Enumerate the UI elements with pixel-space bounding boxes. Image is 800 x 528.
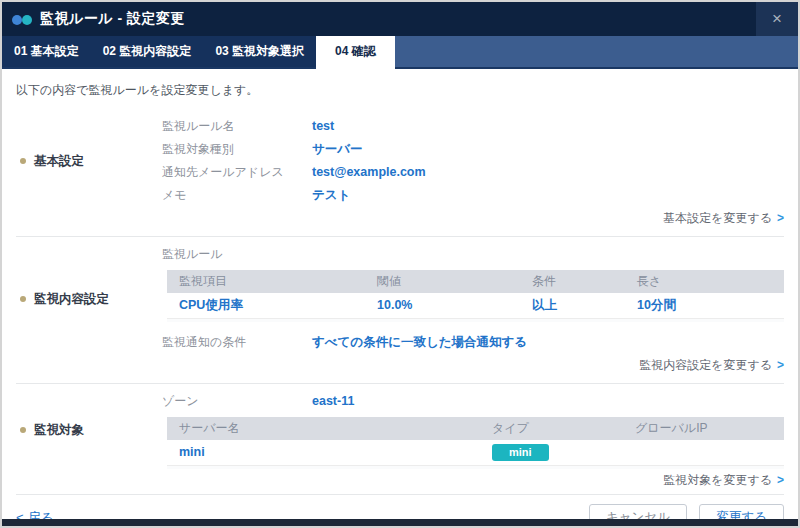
zone-label: ゾーン [162, 391, 312, 412]
monitor-rule-label: 監視ルール [162, 244, 312, 265]
section-bullet-icon [20, 158, 26, 164]
chevron-right-icon: > [777, 358, 784, 372]
back-link[interactable]: <戻る [16, 509, 54, 520]
binoculars-icon [12, 13, 33, 26]
modal-titlebar: 監視ルール - 設定変更 × [2, 2, 798, 36]
notify-condition-label: 監視通知の条件 [162, 331, 312, 354]
modal-footer: <戻る キャンセル 変更する [16, 495, 784, 519]
server-type-badge: mini [492, 444, 549, 461]
modal-body: 以下の内容で監視ルールを設定変更します。 基本設定 監視ルール名 test 監視… [2, 69, 798, 519]
rule-name-label: 監視ルール名 [162, 115, 312, 138]
memo-value: テスト [312, 184, 784, 207]
zone-value: east-11 [312, 391, 784, 412]
notify-condition-value: すべての条件に一致した場合通知する [312, 331, 784, 354]
notify-condition-row: 監視通知の条件 すべての条件に一致した場合通知する [162, 331, 784, 354]
monitor-table-row: CPU使用率 10.0% 以上 10分間 [167, 293, 784, 319]
memo-label: メモ [162, 184, 312, 207]
notify-email-value: test@example.com [312, 161, 784, 184]
chevron-right-icon: > [777, 473, 784, 487]
server-table-row: mini mini [167, 440, 784, 466]
monitor-rule-row: 監視ルール [162, 244, 784, 265]
col-threshold: 閾値 [377, 270, 532, 293]
modal-title: 監視ルール - 設定変更 [40, 10, 185, 28]
rule-name-row: 監視ルール名 test [162, 115, 784, 138]
target-type-label: 監視対象種別 [162, 138, 312, 161]
change-basic-settings-link[interactable]: 基本設定を変更する> [16, 210, 784, 227]
tab-monitor-settings[interactable]: 02 監視内容設定 [91, 36, 204, 67]
duration-value: 10分間 [637, 293, 784, 318]
tab-basic-settings[interactable]: 01 基本設定 [2, 36, 91, 67]
change-monitor-settings-link[interactable]: 監視内容設定を変更する> [16, 357, 784, 374]
section-bullet-icon [20, 427, 26, 433]
settings-modal: 監視ルール - 設定変更 × 01 基本設定 02 監視内容設定 03 監視対象… [2, 2, 798, 526]
server-table: サーバー名 タイプ グローバルIP mini mini [167, 417, 784, 469]
change-target-link[interactable]: 監視対象を変更する> [16, 472, 784, 489]
tab-target-selection[interactable]: 03 監視対象選択 [203, 36, 316, 67]
section-monitor-settings: 監視内容設定 監視ルール 監視項目 閾値 条件 長さ CPU使用率 [16, 237, 784, 354]
section-bullet-icon [20, 296, 26, 302]
section-monitor-target: 監視対象 ゾーン east-11 サーバー名 タイプ グローバルIP mini … [16, 384, 784, 469]
condition-value: 以上 [532, 293, 637, 318]
wizard-tabbar: 01 基本設定 02 監視内容設定 03 監視対象選択 04 確認 [2, 36, 798, 69]
server-name-value: mini [179, 440, 492, 465]
target-type-value: サーバー [312, 138, 784, 161]
section-target-title: 監視対象 [16, 391, 162, 469]
notify-email-row: 通知先メールアドレス test@example.com [162, 161, 784, 184]
close-icon[interactable]: × [756, 2, 798, 36]
rule-name-value: test [312, 115, 784, 138]
global-ip-value [635, 440, 784, 465]
submit-change-button[interactable]: 変更する [699, 504, 784, 519]
section-basic-settings: 基本設定 監視ルール名 test 監視対象種別 サーバー 通知先メールアドレス … [16, 108, 784, 207]
server-table-header: サーバー名 タイプ グローバルIP [167, 417, 784, 440]
col-global-ip: グローバルIP [635, 417, 784, 440]
window-bottom-edge [2, 519, 798, 526]
col-type: タイプ [492, 417, 635, 440]
zone-row: ゾーン east-11 [162, 391, 784, 412]
memo-row: メモ テスト [162, 184, 784, 207]
chevron-left-icon: < [16, 510, 24, 520]
section-monitor-title: 監視内容設定 [16, 244, 162, 354]
monitor-table-header: 監視項目 閾値 条件 長さ [167, 270, 784, 293]
notify-email-label: 通知先メールアドレス [162, 161, 312, 184]
col-duration: 長さ [637, 270, 784, 293]
monitor-rule-table: 監視項目 閾値 条件 長さ CPU使用率 10.0% 以上 10分間 [167, 270, 784, 322]
section-basic-title: 基本設定 [16, 115, 162, 207]
col-monitor-item: 監視項目 [179, 270, 377, 293]
threshold-value: 10.0% [377, 293, 532, 318]
monitor-item-value: CPU使用率 [179, 293, 377, 318]
confirmation-message: 以下の内容で監視ルールを設定変更します。 [16, 82, 784, 99]
target-type-row: 監視対象種別 サーバー [162, 138, 784, 161]
chevron-right-icon: > [777, 211, 784, 225]
tab-confirm[interactable]: 04 確認 [316, 36, 395, 69]
cancel-button[interactable]: キャンセル [589, 504, 687, 519]
col-condition: 条件 [532, 270, 637, 293]
col-server-name: サーバー名 [179, 417, 492, 440]
